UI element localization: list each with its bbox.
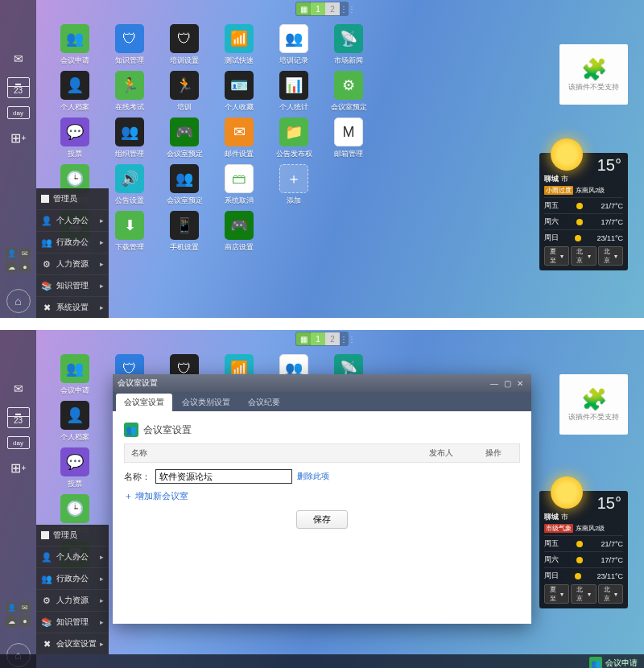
- start-menu-item[interactable]: 👤个人办公▸: [36, 209, 109, 231]
- delete-row-link[interactable]: 删除此项: [297, 471, 329, 482]
- desktop-app[interactable]: ＋添加: [267, 164, 320, 206]
- tray-user-icon[interactable]: 👤: [6, 602, 17, 613]
- app-tile-icon: ⬇: [115, 211, 144, 240]
- desktop-app[interactable]: 👤个人档案: [48, 401, 101, 443]
- tab-meeting-minutes[interactable]: 会议纪要: [240, 394, 288, 411]
- app-label: 会议室预定: [331, 102, 367, 113]
- desktop-app[interactable]: 💬投票: [48, 447, 101, 489]
- forecast-day: 周六: [544, 216, 559, 227]
- pager-page-2[interactable]: 2: [325, 2, 340, 15]
- desktop-app[interactable]: 📶测试快速: [213, 24, 266, 66]
- chevron-right-icon: ▸: [100, 618, 104, 626]
- minimize-button[interactable]: ―: [488, 379, 501, 388]
- desktop-app[interactable]: 👥会议申请: [48, 24, 101, 66]
- desktop-app[interactable]: 🏃在线考试: [103, 71, 156, 113]
- start-menu-item[interactable]: 📚知识管理▸: [36, 611, 109, 633]
- home-button[interactable]: ⌂: [6, 289, 31, 313]
- app-label: 测试快速: [225, 56, 254, 66]
- tray-mail-icon[interactable]: ✉: [19, 248, 31, 259]
- desktop-app[interactable]: 🗃系统取消: [213, 164, 266, 206]
- plugin-message: 该插件不受支持: [568, 82, 619, 93]
- weather-select-1[interactable]: 夏至▾: [544, 246, 569, 266]
- tab-category-settings[interactable]: 会议类别设置: [174, 394, 238, 411]
- desktop-screenshot-bottom: ▦ 1 2 ⋮⋮ ✉ ▬ 23 day ⊞+ 👤 ✉ ☁ ● ⌂ 管理员👤个人办…: [0, 330, 644, 668]
- desktop-app[interactable]: 👥组织管理: [103, 118, 156, 159]
- desktop-app[interactable]: ⚙会议室预定: [322, 71, 375, 113]
- tray-user-icon[interactable]: 👤: [6, 248, 17, 259]
- tray-cloud-icon[interactable]: ☁: [6, 262, 17, 273]
- desktop-app[interactable]: 📡市场新闻: [322, 24, 375, 66]
- menu-item-label: 系统设置: [56, 302, 89, 313]
- pager-apps-icon[interactable]: ▦: [296, 332, 311, 345]
- start-menu-item[interactable]: ✖会议室设置▸: [36, 633, 109, 654]
- dialog-titlebar[interactable]: 会议室设置 ― ▢ ✕: [113, 374, 531, 392]
- mail-icon[interactable]: ✉: [7, 48, 30, 69]
- weather-city-suffix: 市: [561, 174, 568, 184]
- desktop-app[interactable]: 🎮商店设置: [213, 211, 266, 253]
- desktop-app[interactable]: 🔊公告设置: [103, 164, 156, 206]
- save-button[interactable]: 保存: [296, 510, 348, 529]
- apps-grid-icon[interactable]: ⊞+: [7, 127, 30, 148]
- tray-cloud-icon[interactable]: ☁: [6, 616, 17, 627]
- mail-icon[interactable]: ✉: [7, 378, 30, 399]
- app-tile-icon: 👥: [60, 354, 89, 383]
- desktop-app[interactable]: 📱手机设置: [158, 211, 211, 253]
- pager-page-2[interactable]: 2: [325, 332, 340, 345]
- start-menu-item[interactable]: ⚙人力资源▸: [36, 253, 109, 274]
- desktop-app[interactable]: 🛡知识管理: [103, 24, 156, 66]
- start-menu-item[interactable]: ✖系统设置▸: [36, 296, 109, 318]
- app-tile-icon: 🔊: [115, 164, 144, 193]
- calendar-widget[interactable]: ▬ 23: [7, 407, 30, 428]
- maximize-button[interactable]: ▢: [501, 379, 514, 388]
- tab-room-settings[interactable]: 会议室设置: [116, 394, 172, 411]
- pager-page-1[interactable]: 1: [311, 332, 325, 345]
- weather-select-2[interactable]: 北京▾: [571, 584, 596, 604]
- app-label: 培训: [177, 102, 192, 113]
- pager-apps-icon[interactable]: ▦: [296, 2, 311, 15]
- desktop-app[interactable]: ✉邮件设置: [213, 118, 266, 159]
- forecast-row: 周日23/11°C: [544, 229, 623, 243]
- add-room-link[interactable]: ＋ 增加新会议室: [124, 490, 520, 502]
- start-menu-item[interactable]: 管理员: [36, 188, 109, 209]
- start-menu-item[interactable]: 👥行政办公▸: [36, 567, 109, 589]
- desktop-app[interactable]: 📊个人统计: [267, 71, 320, 113]
- desktop-app[interactable]: 👥会议室预定: [158, 164, 211, 206]
- weather-select-3[interactable]: 北京▾: [598, 584, 623, 604]
- day-label[interactable]: day: [7, 436, 30, 449]
- tray-dot-icon[interactable]: ●: [19, 616, 31, 627]
- start-menu-item[interactable]: 📚知识管理▸: [36, 274, 109, 296]
- desktop-app[interactable]: 👤个人档案: [48, 71, 101, 113]
- app-tile-icon: 📶: [225, 24, 254, 53]
- start-menu-item[interactable]: 管理员: [36, 525, 109, 546]
- desktop-app[interactable]: 💬投票: [48, 118, 101, 159]
- start-menu-item[interactable]: 👤个人办公▸: [36, 546, 109, 567]
- calendar-widget[interactable]: ▬ 23: [7, 77, 30, 98]
- forecast-range: 21/7°C: [601, 202, 623, 210]
- name-label: 名称：: [124, 471, 151, 483]
- weather-select-2[interactable]: 北京▾: [571, 246, 596, 266]
- desktop-app[interactable]: 👥会议申请: [48, 354, 101, 396]
- desktop-app[interactable]: 🎮会议室预定: [158, 118, 211, 159]
- start-menu-item[interactable]: ⚙人力资源▸: [36, 589, 109, 611]
- close-button[interactable]: ✕: [514, 379, 526, 388]
- weather-select-1[interactable]: 夏至▾: [544, 584, 569, 604]
- app-tile-icon: 🎮: [225, 211, 254, 240]
- desktop-app[interactable]: ⬇下载管理: [103, 211, 156, 253]
- desktop-app[interactable]: 🪪个人收藏: [213, 71, 266, 113]
- tray-dot-icon[interactable]: ●: [19, 262, 31, 273]
- app-tile-icon: 🛡: [115, 24, 144, 53]
- start-menu-item[interactable]: 👥行政办公▸: [36, 231, 109, 253]
- desktop-app[interactable]: M邮箱管理: [322, 118, 375, 159]
- desktop-app[interactable]: 📁公告发布权: [267, 118, 320, 159]
- pager-page-1[interactable]: 1: [311, 2, 325, 15]
- apps-grid-icon[interactable]: ⊞+: [7, 457, 30, 478]
- room-name-input[interactable]: [155, 469, 292, 484]
- desktop-app[interactable]: 🛡培训设置: [158, 24, 211, 66]
- desktop-app[interactable]: 🏃培训: [158, 71, 211, 113]
- weather-select-3[interactable]: 北京▾: [598, 246, 623, 266]
- tray-mail-icon[interactable]: ✉: [19, 602, 31, 613]
- menu-item-icon: 📚: [41, 617, 52, 628]
- desktop-app[interactable]: 👥培训记录: [267, 24, 320, 66]
- day-label[interactable]: day: [7, 106, 30, 119]
- taskbar-app-meeting[interactable]: 👥 会议申请: [589, 657, 638, 668]
